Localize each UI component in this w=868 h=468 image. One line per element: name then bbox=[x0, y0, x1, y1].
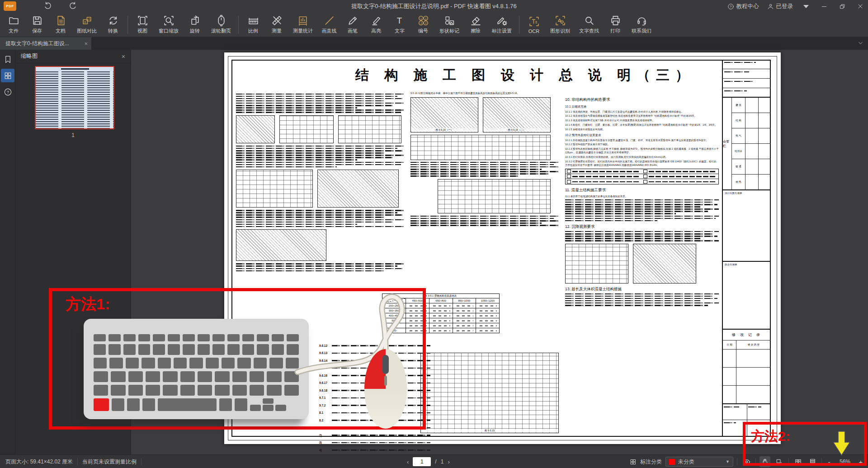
doc-column-2: 9.5.16 对部分降板跨水平梯、梯平台施工图中所注楼面建筑面标高及结构面标高的… bbox=[410, 90, 560, 227]
toolbar-button-save[interactable]: 保存 bbox=[25, 15, 49, 34]
close-button[interactable] bbox=[855, 1, 865, 11]
standards-table bbox=[565, 169, 719, 184]
svg-text:T: T bbox=[396, 16, 402, 25]
panel-close-icon[interactable]: × bbox=[122, 53, 125, 60]
stats-icon bbox=[297, 15, 309, 26]
tab-bar: 提取文字0-结构施工图设... × bbox=[0, 37, 868, 50]
chevron-down-icon bbox=[858, 40, 863, 46]
thumbnails-grid-icon bbox=[4, 71, 12, 80]
toolbar-button-text[interactable]: T文字 bbox=[388, 15, 411, 34]
menu-caret-button[interactable] bbox=[801, 1, 811, 11]
sign-column-label: 会签栏 bbox=[723, 98, 732, 189]
sidebar-rail: ? bbox=[0, 50, 15, 454]
main-toolbar: 文件 保存 文档 BA图纸对比 转换 视图 窗口缩放 旋转 滚轮翻页 比例 测量… bbox=[0, 13, 868, 37]
practice-stamp-label: 执业专用章 bbox=[723, 262, 771, 268]
figure-9-5-15: 图 9.5.15 bbox=[420, 353, 559, 433]
toolbar-button-shape-mark[interactable]: 形状标记 bbox=[435, 15, 464, 34]
doc-heading: 10. 非结构构件的构造要求 bbox=[565, 97, 719, 103]
toolbar-button-print[interactable]: 打印 bbox=[604, 15, 627, 34]
toolbar-button-convert[interactable]: 转换 bbox=[101, 15, 125, 34]
toolbar-button-file[interactable]: 文件 bbox=[2, 15, 25, 34]
numbering-icon: 1234 bbox=[418, 15, 429, 26]
toolbar-button-highlight[interactable]: 高亮 bbox=[364, 15, 388, 34]
toolbar-button-draw-line[interactable]: 画直线 bbox=[317, 15, 341, 34]
view-icon bbox=[137, 15, 148, 26]
panel-title: 缩略图 bbox=[21, 52, 38, 60]
category-color-swatch bbox=[669, 459, 675, 465]
doc-heading: 12. 沉降观测要求 bbox=[565, 224, 719, 230]
measure-icon bbox=[271, 15, 283, 26]
pen-icon bbox=[347, 15, 359, 26]
toolbar-button-numbering[interactable]: 1234编号 bbox=[411, 15, 435, 34]
doc-subheading: 10.1 后砌填充墙 bbox=[565, 104, 719, 109]
ocr-icon bbox=[528, 16, 540, 27]
toolbar-button-text-search[interactable]: 文字查找 bbox=[575, 15, 604, 34]
status-bar: 页面大小: 59.41×42.02 厘米 当前页未设置测量比例 ‹ 1 / 1 … bbox=[0, 454, 868, 468]
prev-page-button[interactable]: ‹ bbox=[407, 459, 409, 465]
title-block: 会签栏 建 筑结 构电 气给排水暖 通弱 电 设计出图专用章 执业专用章 修 改… bbox=[722, 60, 771, 437]
thumbnail-page-number: 1 bbox=[15, 132, 131, 138]
doc-heading: 13. 超长及大体积混凝土结构措施 bbox=[565, 286, 719, 292]
toolbar-button-shape-recognition[interactable]: 图形识别 bbox=[546, 15, 575, 34]
rotate-icon bbox=[189, 15, 201, 26]
next-page-button[interactable]: › bbox=[448, 459, 449, 465]
toolbar-separator bbox=[238, 16, 239, 34]
method2-label: 方法2: bbox=[751, 427, 790, 446]
svg-text:A: A bbox=[88, 17, 90, 20]
compare-icon: BA bbox=[81, 15, 93, 26]
svg-text:3: 3 bbox=[420, 21, 422, 24]
method2-highlight-box: 方法2: bbox=[743, 422, 867, 466]
restore-button[interactable] bbox=[837, 1, 847, 11]
window-zoom-icon bbox=[163, 15, 175, 26]
svg-text:4: 4 bbox=[425, 21, 427, 24]
line-icon bbox=[324, 15, 335, 26]
minimize-button[interactable] bbox=[819, 1, 829, 11]
toolbar-button-measure-stats[interactable]: 测量统计 bbox=[288, 15, 317, 34]
method1-label: 方法1: bbox=[66, 294, 110, 315]
toolbar-button-view[interactable]: 视图 bbox=[131, 15, 154, 34]
caret-down-icon bbox=[803, 4, 809, 9]
revision-title: 修 改 记 录 bbox=[723, 330, 771, 340]
headset-icon bbox=[636, 15, 647, 26]
doc-line: 9.5.16 对部分降板跨水平梯、梯平台施工图中所注楼面建筑面标高及结构面标高的… bbox=[410, 91, 560, 95]
highlighter-icon bbox=[371, 15, 382, 26]
total-pages: 1 bbox=[441, 459, 444, 465]
bookmarks-panel-button[interactable] bbox=[0, 52, 15, 66]
thumbnails-panel-button[interactable] bbox=[1, 69, 14, 82]
toolbar-button-document[interactable]: 文档 bbox=[49, 15, 72, 34]
page-thumbnail[interactable] bbox=[35, 66, 114, 129]
toolbar-button-annotation-settings[interactable]: 标注设置 bbox=[487, 15, 516, 34]
category-value: 未分类 bbox=[678, 458, 694, 466]
toolbar-button-pen[interactable]: 画笔 bbox=[341, 15, 364, 34]
tutorial-center-button[interactable]: ? 教程中心 bbox=[727, 3, 759, 10]
toolbar-button-window-zoom[interactable]: 窗口缩放 bbox=[154, 15, 183, 34]
title-bar: PDF 提取文字0-结构施工图设计总说明.pdf - PDF 快速看图 v4.8… bbox=[0, 0, 868, 13]
document-icon bbox=[55, 15, 66, 26]
eraser-icon bbox=[470, 15, 481, 26]
toolbar-button-contact-us[interactable]: 联系我们 bbox=[627, 15, 656, 34]
doc-heading: 11. 混凝土结构施工要求 bbox=[565, 187, 719, 193]
toolbar-button-wheel-page[interactable]: 滚轮翻页 bbox=[207, 15, 236, 34]
tab-close-icon[interactable]: × bbox=[84, 40, 88, 47]
toolbar-button-erase[interactable]: 擦除 bbox=[464, 15, 487, 34]
toolbar-button-drawing-compare[interactable]: BA图纸对比 bbox=[72, 15, 101, 34]
tab-list-button[interactable] bbox=[858, 40, 863, 46]
category-dropdown[interactable]: 未分类 ▼ bbox=[665, 457, 733, 467]
toolbar-button-ocr[interactable]: OCR bbox=[522, 16, 546, 34]
toolbar-button-measure[interactable]: 测量 bbox=[265, 15, 288, 34]
annotation-category-label[interactable]: 标注分类 bbox=[640, 458, 662, 466]
toolbar-separator bbox=[519, 16, 519, 34]
help-panel-button[interactable]: ? bbox=[0, 85, 15, 99]
annotation-settings-icon bbox=[496, 15, 508, 26]
toolbar-button-rotate[interactable]: 旋转 bbox=[183, 15, 207, 34]
doc-column-3: 10. 非结构构件的构造要求 10.1 后砌填充墙 10.1.1 填充墙的厚度、… bbox=[565, 94, 719, 307]
account-button[interactable]: 已登录 bbox=[767, 3, 793, 10]
current-page-input[interactable]: 1 bbox=[413, 457, 431, 466]
document-tab[interactable]: 提取文字0-结构施工图设... × bbox=[0, 37, 91, 50]
drawing-title: 结 构 施 工 图 设 计 总 说 明（三） bbox=[355, 66, 645, 85]
toolbar-separator bbox=[127, 16, 128, 34]
help-circle-icon: ? bbox=[727, 3, 734, 10]
toolbar-button-scale[interactable]: 比例 bbox=[241, 15, 265, 34]
question-icon: ? bbox=[4, 88, 12, 96]
keyboard-graphic bbox=[84, 319, 309, 419]
